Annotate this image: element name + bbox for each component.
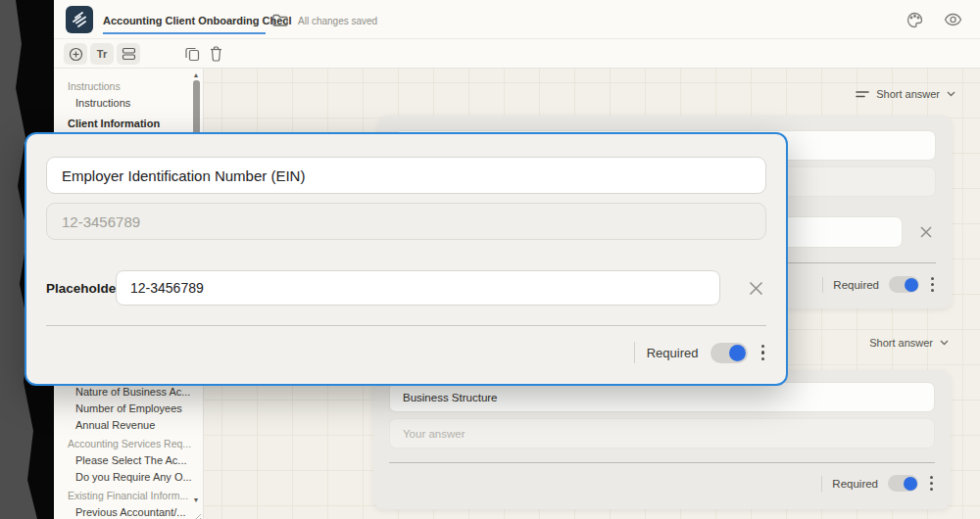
top-bar: Accounting Client Onboarding Checl All c… — [54, 0, 980, 39]
required-label: Required — [833, 279, 879, 291]
sections-button[interactable] — [117, 43, 140, 65]
question-label-input[interactable] — [46, 157, 766, 194]
resize-grip-icon[interactable] — [193, 508, 202, 519]
sidebar-item[interactable]: Accounting Services Req... — [68, 438, 191, 449]
question-type-label: Short answer — [876, 88, 940, 100]
kebab-menu-icon[interactable] — [929, 275, 936, 294]
text-style-icon: Tr — [97, 48, 107, 60]
sidebar-list-bottom: Nature of Business Ac...Number of Employ… — [68, 386, 191, 519]
sidebar-item[interactable]: Existing Financial Inform... — [68, 490, 191, 501]
question-type-label: Short answer — [869, 337, 933, 349]
short-answer-icon — [856, 90, 869, 99]
sidebar-item[interactable]: Nature of Business Ac... — [68, 386, 191, 398]
sidebar-item[interactable]: Annual Revenue — [68, 419, 191, 431]
divider — [634, 342, 635, 363]
kebab-menu-icon[interactable] — [760, 343, 767, 363]
sidebar-item[interactable]: Instructions — [68, 80, 203, 92]
folder-icon[interactable] — [272, 13, 288, 30]
question-type-dropdown-business[interactable]: Short answer — [869, 337, 949, 349]
canvas-toolbar: Tr — [54, 39, 980, 69]
duplicate-icon[interactable] — [185, 46, 200, 66]
sidebar-item[interactable]: Do you Require Any O... — [68, 471, 191, 483]
palette-icon[interactable] — [906, 12, 923, 32]
question-edit-modal: Placeholder: Required — [24, 132, 788, 386]
divider — [822, 277, 823, 293]
sidebar-item[interactable]: Please Select The Ac... — [68, 454, 191, 466]
sidebar-item[interactable]: Previous Accountant/... — [68, 506, 191, 518]
required-toggle[interactable] — [888, 475, 918, 492]
sidebar-item[interactable]: Instructions — [68, 97, 203, 109]
scrollbar-up-arrow[interactable]: ▲ — [192, 71, 200, 79]
add-question-button[interactable] — [64, 43, 87, 65]
divider — [821, 476, 822, 492]
required-toggle[interactable] — [889, 276, 919, 293]
sidebar-item[interactable]: Client Information — [68, 118, 203, 129]
chevron-down-icon — [947, 91, 956, 97]
required-label: Required — [647, 346, 699, 360]
sidebar-list-top: InstructionsInstructionsClient Informati… — [54, 69, 203, 129]
placeholder-field-label: Placeholder: — [46, 281, 116, 296]
required-label: Required — [832, 478, 878, 490]
question-label-input[interactable] — [389, 382, 935, 412]
question-card-business: Required — [373, 370, 951, 509]
form-title-input[interactable]: Accounting Client Onboarding Checl — [103, 11, 266, 34]
answer-preview-input[interactable] — [46, 203, 766, 240]
trash-icon[interactable] — [210, 46, 222, 66]
sidebar-item[interactable]: Number of Employees — [68, 402, 191, 414]
chevron-down-icon — [940, 340, 949, 346]
close-icon[interactable] — [747, 279, 765, 298]
placeholder-value-input[interactable] — [116, 270, 720, 306]
save-status-text: All changes saved — [298, 16, 377, 26]
app-logo — [66, 6, 93, 33]
question-type-dropdown-ein[interactable]: Short answer — [856, 88, 956, 100]
answer-preview-input[interactable] — [389, 418, 935, 448]
kebab-menu-icon[interactable] — [928, 474, 935, 493]
required-toggle[interactable] — [710, 343, 748, 363]
divider — [46, 325, 766, 326]
form-title-text: Accounting Client Onboarding Checl — [103, 15, 292, 26]
scrollbar-down-arrow[interactable]: ▼ — [192, 496, 200, 504]
eye-icon[interactable] — [944, 13, 962, 30]
divider — [389, 462, 935, 463]
text-style-button[interactable]: Tr — [90, 43, 114, 65]
close-icon[interactable] — [918, 224, 934, 240]
